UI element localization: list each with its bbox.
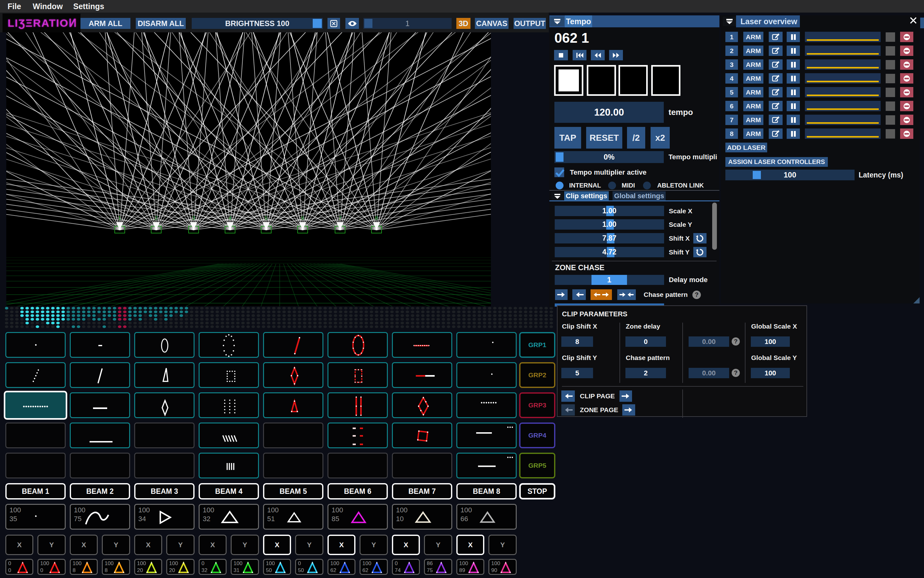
svg-text:4: 4	[228, 215, 231, 221]
svg-text:1: 1	[118, 215, 121, 221]
svg-text:7: 7	[338, 215, 341, 221]
svg-text:2: 2	[155, 215, 158, 221]
svg-text:3: 3	[192, 215, 195, 221]
svg-text:5: 5	[265, 215, 267, 221]
svg-text:8: 8	[375, 215, 378, 221]
svg-text:6: 6	[301, 215, 304, 221]
